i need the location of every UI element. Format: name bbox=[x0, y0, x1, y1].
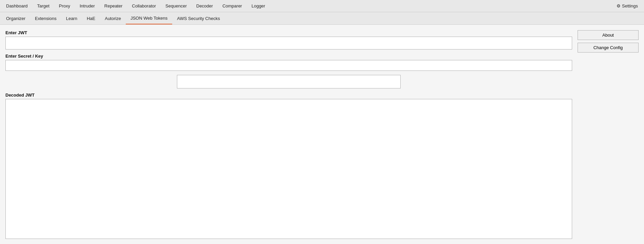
change-config-button[interactable]: Change Config bbox=[578, 43, 639, 53]
nav-sequencer[interactable]: Sequencer bbox=[161, 0, 192, 12]
secret-label: Enter Secret / Key bbox=[5, 54, 572, 59]
nav-extensions[interactable]: Extensions bbox=[30, 12, 61, 24]
nav-collaborator[interactable]: Collaborator bbox=[127, 0, 161, 12]
about-button[interactable]: About bbox=[578, 30, 639, 40]
settings-icon: ⚙ bbox=[617, 3, 621, 8]
nav-json-web-tokens[interactable]: JSON Web Tokens bbox=[126, 12, 172, 24]
nav-intruder[interactable]: Intruder bbox=[75, 0, 100, 12]
secret-field-group: Enter Secret / Key bbox=[5, 54, 572, 71]
nav-proxy[interactable]: Proxy bbox=[54, 0, 75, 12]
jwt-input[interactable] bbox=[5, 37, 572, 49]
right-panel: About Change Config bbox=[578, 30, 639, 239]
nav-dashboard[interactable]: Dashboard bbox=[1, 0, 33, 12]
nav-target[interactable]: Target bbox=[33, 0, 54, 12]
nav-autorize[interactable]: Autorize bbox=[100, 12, 126, 24]
decoded-field-group: Decoded JWT bbox=[5, 93, 572, 239]
main-content: Enter JWT Enter Secret / Key Decoded JWT… bbox=[0, 25, 644, 244]
nav-organizer[interactable]: Organizer bbox=[1, 12, 30, 24]
nav-decoder[interactable]: Decoder bbox=[192, 0, 218, 12]
nav-logger[interactable]: Logger bbox=[247, 0, 270, 12]
center-input-wrapper bbox=[5, 75, 572, 88]
nav-learn[interactable]: Learn bbox=[61, 12, 82, 24]
jwt-field-group: Enter JWT bbox=[5, 30, 572, 49]
nav-bar: Dashboard Target Proxy Intruder Repeater… bbox=[0, 0, 644, 25]
nav-row-1: Dashboard Target Proxy Intruder Repeater… bbox=[0, 0, 644, 12]
left-panel: Enter JWT Enter Secret / Key Decoded JWT bbox=[5, 30, 572, 239]
secret-input[interactable] bbox=[5, 60, 572, 71]
nav-comparer[interactable]: Comparer bbox=[218, 0, 247, 12]
jwt-label: Enter JWT bbox=[5, 30, 572, 35]
center-input[interactable] bbox=[177, 75, 401, 88]
decoded-textarea[interactable] bbox=[5, 99, 572, 239]
decoded-label: Decoded JWT bbox=[5, 93, 572, 98]
nav-aws-security-checks[interactable]: AWS Security Checks bbox=[172, 12, 225, 24]
nav-settings[interactable]: ⚙ Settings bbox=[612, 0, 643, 12]
nav-row-2: Organizer Extensions Learn HaE Autorize … bbox=[0, 12, 644, 24]
nav-repeater[interactable]: Repeater bbox=[100, 0, 127, 12]
nav-hae[interactable]: HaE bbox=[82, 12, 100, 24]
